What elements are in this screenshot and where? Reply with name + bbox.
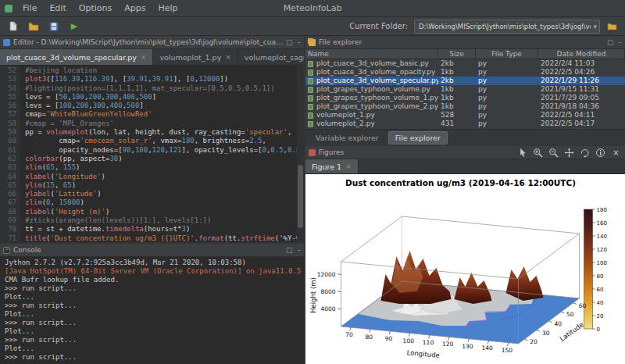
file-row[interactable]: plot_cuace_3d_volume_basic.py2kbpy2022/2… bbox=[305, 59, 625, 68]
run-script-button[interactable]: ▶ bbox=[66, 19, 83, 34]
code-line[interactable]: plot3([116.39,116.39], [39.91,39.91], [0… bbox=[25, 75, 297, 84]
file-type: py bbox=[476, 120, 538, 128]
code-line[interactable]: colorbar(pp, aspect=30) bbox=[25, 155, 297, 163]
file-row[interactable]: plot_cuace_3d_volume_opacity.py1kbpy2022… bbox=[305, 68, 625, 77]
file-name: plot_grapes_typhoon_volume_1.py bbox=[316, 94, 438, 102]
code-line[interactable]: ylabel('Latitude') bbox=[25, 190, 297, 198]
file-name: volumeplot_2.py bbox=[316, 120, 375, 128]
code-line[interactable]: zlim(0, 15000) bbox=[25, 198, 297, 207]
y-tick-label: 50 bbox=[566, 311, 574, 318]
float-icon[interactable]: □ bbox=[286, 247, 293, 254]
code-line[interactable]: ylim(15, 65) bbox=[25, 181, 297, 190]
run-icon: ▶ bbox=[71, 22, 77, 30]
float-icon[interactable]: □ bbox=[286, 39, 293, 46]
file-table-body: plot_cuace_3d_volume_basic.py2kbpy2022/2… bbox=[305, 59, 625, 128]
figure-tabbar: Figure 1 × bbox=[305, 159, 625, 174]
tab-close-icon[interactable]: × bbox=[225, 53, 231, 61]
code-line[interactable]: levs = [100,200,300,400,500] bbox=[25, 102, 297, 110]
select-arrow-icon[interactable] bbox=[516, 147, 528, 158]
file-type: py bbox=[476, 94, 538, 102]
identify-icon[interactable] bbox=[595, 147, 606, 158]
open-file-button[interactable] bbox=[25, 19, 42, 34]
y-axis-label: Latitude bbox=[559, 320, 585, 343]
tab-close-icon[interactable]: × bbox=[141, 53, 147, 61]
editor-tab[interactable]: volumeplot_1.py× bbox=[153, 49, 238, 65]
line-number: 70 bbox=[0, 225, 16, 234]
code-line[interactable]: #zticks(arange(len(levels))[1:], levels[… bbox=[25, 216, 297, 225]
code-line[interactable]: xlabel('Longitude') bbox=[25, 173, 297, 181]
console-header-title: Console bbox=[13, 246, 283, 254]
colorbar-tick-label: 80 bbox=[597, 273, 604, 280]
file-size: 1kb bbox=[438, 102, 476, 111]
menu-options[interactable]: Options bbox=[73, 0, 118, 17]
z-tick-label: 8000 bbox=[320, 288, 335, 295]
console-output[interactable]: Jython 2.7.2 (v2.7.2:925a3cc3b49d, Mar 2… bbox=[0, 257, 304, 364]
code-line[interactable]: cmap='cmocean_solar_r', vmax=180, bright… bbox=[25, 137, 297, 145]
console-header: Console □ – bbox=[0, 244, 304, 257]
column-header[interactable]: Name bbox=[305, 49, 438, 59]
figure-tab-label: Figure 1 bbox=[312, 162, 341, 171]
zoom-out-icon[interactable] bbox=[548, 147, 559, 158]
file-row[interactable]: volumeplot_2.py431py2022/2/5 04:17 bbox=[305, 120, 625, 128]
current-folder-value: D:\Working\MIScript\Jython\mis\plot_type… bbox=[419, 23, 591, 30]
close-icon[interactable]: × bbox=[610, 147, 622, 158]
line-number: 64 bbox=[0, 173, 16, 181]
column-header[interactable]: Size bbox=[438, 49, 476, 59]
current-folder-combobox[interactable]: D:\Working\MIScript\Jython\mis\plot_type… bbox=[414, 20, 600, 34]
tab-variable-explorer[interactable]: Variable explorer bbox=[309, 131, 386, 145]
file-row[interactable]: plot_grapes_typhoon_volume_1.py1kbpy2021… bbox=[305, 94, 625, 102]
code-line[interactable]: tt = st + datetime.timedelta(hours=t*3) bbox=[25, 225, 297, 234]
menu-edit[interactable]: Edit bbox=[43, 0, 72, 17]
zoom-in-icon[interactable] bbox=[532, 147, 544, 158]
column-header[interactable]: File Type bbox=[476, 49, 538, 59]
minimize-icon[interactable]: – bbox=[298, 247, 302, 254]
code-line[interactable]: #beijing location bbox=[25, 66, 297, 75]
menu-apps[interactable]: Apps bbox=[118, 0, 152, 17]
editor-tab[interactable]: plot_cuace_3d_volume_specular.py× bbox=[0, 49, 153, 65]
file-explorer-title: File explorer bbox=[319, 38, 604, 46]
explorer-tabbar: Variable explorerFile explorer bbox=[305, 129, 625, 146]
code-line[interactable]: pp = volumeplot(lon, lat, height, dust, … bbox=[25, 128, 297, 137]
minimize-icon[interactable]: – bbox=[298, 39, 302, 46]
colorbar-tick-label: 20 bbox=[597, 313, 604, 319]
colorbar-tick-label: 160 bbox=[597, 220, 607, 227]
scrollbar-thumb[interactable] bbox=[298, 165, 303, 228]
file-row[interactable]: plot_grapes_typhoon_volume_2.py1kbpy2021… bbox=[305, 102, 625, 111]
menu-help[interactable]: Help bbox=[152, 0, 184, 17]
code-line[interactable]: levs = [50,100,200,300,400,500] bbox=[25, 93, 297, 102]
figure-tab[interactable]: Figure 1 × bbox=[305, 159, 359, 173]
file-row[interactable]: plot_cuace_3d_volume_specular.py2kbpy202… bbox=[305, 77, 625, 85]
console-panel: Console □ – Jython 2.7.2 (v2.7.2:925a3cc… bbox=[0, 244, 304, 364]
column-header[interactable]: Date Modified bbox=[538, 49, 625, 59]
tab-close-icon[interactable]: × bbox=[345, 162, 352, 170]
pan-icon[interactable] bbox=[563, 147, 575, 158]
new-file-button[interactable] bbox=[5, 19, 22, 34]
menu-bar: FileEditOptionsAppsHelp bbox=[16, 0, 184, 17]
console-line: Plot... bbox=[5, 327, 299, 336]
file-row[interactable]: plot_grapes_typhoon_volume.py1kbpy2021/9… bbox=[305, 85, 625, 94]
file-size: 2kb bbox=[438, 59, 476, 68]
tab-file-explorer[interactable]: File explorer bbox=[388, 131, 448, 145]
minimize-icon[interactable]: – bbox=[619, 39, 623, 46]
chevron-down-icon[interactable]: ▾ bbox=[593, 23, 597, 30]
code-line[interactable]: zlabel('Height (m)') bbox=[25, 208, 297, 216]
code-line[interactable]: opacity_nodes=[90,100,120,121], opacity_… bbox=[25, 146, 297, 155]
code-line[interactable]: cmap='WhiteBlueGreenYellowRed' bbox=[25, 110, 297, 119]
editor-scrollbar[interactable] bbox=[297, 66, 304, 242]
save-button[interactable] bbox=[45, 19, 62, 34]
code-line[interactable]: #cmap = 'MPL_Oranges' bbox=[25, 120, 297, 128]
file-row[interactable]: volumeplot_1.py528py2022/2/5 04:11 bbox=[305, 111, 625, 120]
rotate-icon[interactable] bbox=[579, 147, 591, 158]
code-line[interactable]: title('Dust concentration ug/m3 ({}UTC)'… bbox=[25, 234, 297, 242]
z-tick-label: 12000 bbox=[317, 271, 336, 278]
tick-mark bbox=[409, 334, 410, 337]
code-line[interactable]: xlim(65, 155) bbox=[25, 163, 297, 172]
figure-canvas[interactable]: Dust concentration ug/m3 (2019-04-16 12:… bbox=[305, 174, 625, 364]
code-line[interactable]: #lighting(position=[1,1,1,1], mat_specul… bbox=[25, 84, 297, 93]
float-icon[interactable]: □ bbox=[607, 39, 614, 46]
browse-folder-button[interactable] bbox=[603, 19, 620, 34]
menu-file[interactable]: File bbox=[16, 0, 43, 17]
save-icon bbox=[49, 22, 59, 31]
editor-code[interactable]: #beijing locationplot3([116.39,116.39], … bbox=[20, 66, 297, 242]
left-pane: Editor - D:\Working\MIScript\Jython\mis\… bbox=[0, 36, 304, 364]
